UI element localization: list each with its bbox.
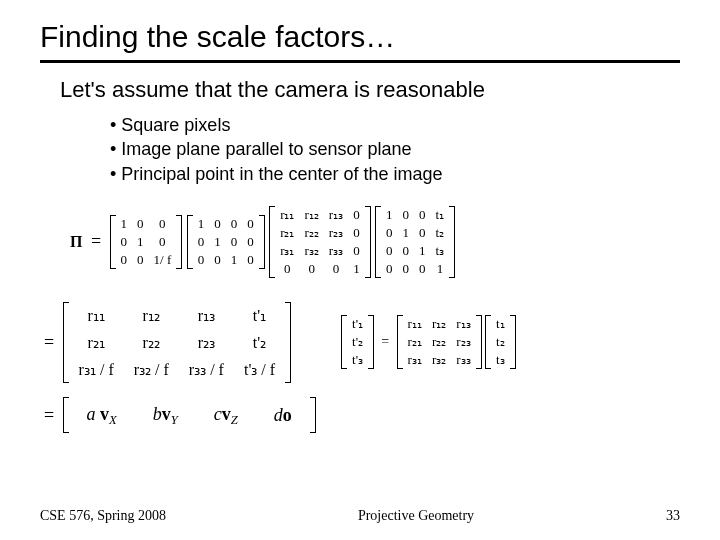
slide-footer: CSE 576, Spring 2008 Projective Geometry… [40, 508, 680, 524]
vector-tprime: t'₁ t'₂ t'₃ [341, 315, 374, 369]
list-item: Principal point in the center of the ima… [110, 162, 680, 186]
list-item: Square pixels [110, 113, 680, 137]
row-vector: a vX bvY cvZ do [63, 397, 316, 434]
matrix-C: r₁₁r₁₂r₁₃0 r₂₁r₂₂r₂₃0 r₃₁r₃₂r₃₃0 0001 [269, 206, 371, 278]
equals-sign: = [44, 405, 54, 426]
equals-sign: = [91, 231, 101, 252]
matrix-expanded: r₁₁r₁₂r₁₃t'₁ r₂₁r₂₂r₂₃t'₂ r₃₁ / fr₃₂ / f… [63, 302, 291, 383]
footer-left: CSE 576, Spring 2008 [40, 508, 166, 524]
equation-expanded: = r₁₁r₁₂r₁₃t'₁ r₂₁r₂₂r₂₃t'₂ r₃₁ / fr₃₂ /… [40, 302, 291, 383]
lead-text: Let's assume that the camera is reasonab… [60, 77, 680, 103]
title-rule [40, 60, 680, 63]
pi-symbol: Π [70, 233, 82, 251]
equals-sign: = [44, 332, 54, 353]
equation-pi-product: Π = 100 010 001/ f 1000 0100 0010 r₁₁r₁₂… [70, 206, 680, 278]
assumption-list: Square pixels Image plane parallel to se… [110, 113, 680, 186]
slide-title: Finding the scale factors… [40, 20, 680, 54]
equation-tprime: t'₁ t'₂ t'₃ = r₁₁r₁₂r₁₃ r₂₁r₂₂r₂₃ r₃₁r₃₂… [341, 315, 516, 369]
list-item: Image plane parallel to sensor plane [110, 137, 680, 161]
matrix-B: 1000 0100 0010 [187, 215, 265, 269]
footer-right: 33 [666, 508, 680, 524]
matrix-D: 100t₁ 010t₂ 001t₃ 0001 [375, 206, 455, 278]
equations: Π = 100 010 001/ f 1000 0100 0010 r₁₁r₁₂… [40, 206, 680, 434]
matrix-A: 100 010 001/ f [110, 215, 183, 269]
matrix-R: r₁₁r₁₂r₁₃ r₂₁r₂₂r₂₃ r₃₁r₃₂r₃₃ [397, 315, 482, 369]
equals-sign: = [381, 334, 389, 350]
vector-t: t₁ t₂ t₃ [485, 315, 516, 369]
equation-column-form: = a vX bvY cvZ do [40, 397, 680, 434]
footer-center: Projective Geometry [358, 508, 474, 524]
